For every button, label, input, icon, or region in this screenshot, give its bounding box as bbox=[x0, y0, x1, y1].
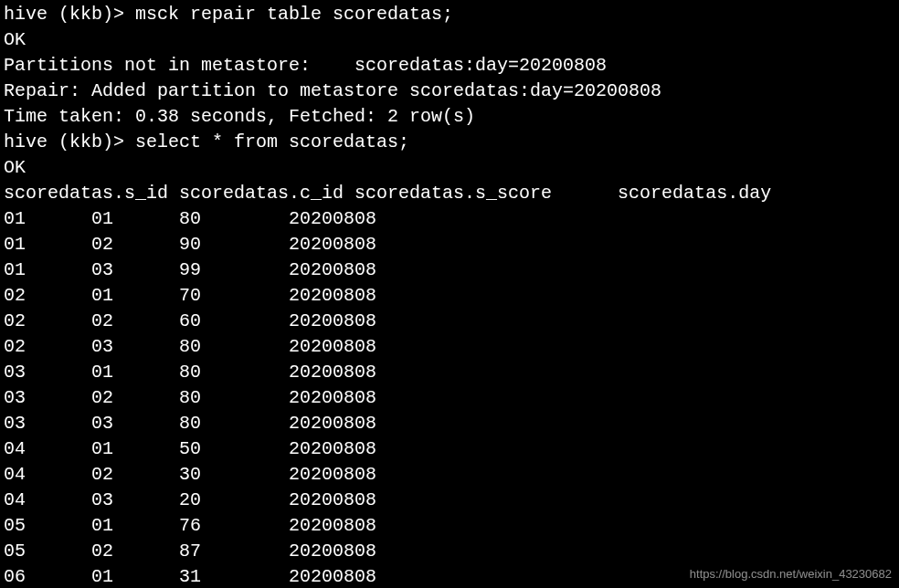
terminal-output[interactable]: hive (kkb)> msck repair table scoredatas… bbox=[0, 0, 899, 588]
watermark-text: https://blog.csdn.net/weixin_43230682 bbox=[690, 566, 892, 583]
